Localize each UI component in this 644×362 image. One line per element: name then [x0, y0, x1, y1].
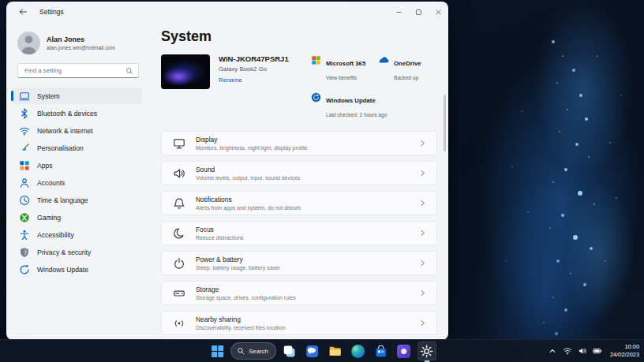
row-subtitle: Discoverability, received files location [196, 325, 286, 330]
sidebar-item-network-internet[interactable]: Network & internet [11, 122, 142, 139]
row-subtitle: Storage space, drives, configuration rul… [196, 295, 296, 300]
chevron-right-icon [418, 289, 427, 297]
shield-icon [19, 247, 30, 258]
row-power-battery[interactable]: Power & batterySleep, battery usage, bat… [161, 251, 437, 275]
device-model: Galaxy Book2 Go [219, 65, 289, 73]
chat-button[interactable] [303, 341, 322, 360]
bell-icon [173, 197, 185, 210]
search-icon [237, 347, 245, 355]
row-title: Notifications [196, 196, 301, 203]
sidebar-item-windows-update[interactable]: Windows Update [11, 261, 142, 278]
chevron-right-icon [418, 199, 427, 207]
tray-battery-icon[interactable] [592, 345, 603, 356]
row-subtitle: Alerts from apps and system, do not dist… [196, 205, 301, 211]
sound-icon [173, 167, 185, 180]
minimize-button[interactable] [389, 2, 409, 22]
clock-icon [19, 195, 30, 206]
start-button[interactable] [208, 341, 227, 360]
back-button[interactable] [13, 2, 33, 22]
row-subtitle: Reduce distractions [196, 235, 244, 241]
sidebar-item-label: Personalisation [37, 144, 84, 152]
onedrive-card[interactable]: OneDriveBacked up [379, 54, 436, 83]
settings-window: Settings Alan Jones alan.jones.wm@hotmai… [6, 2, 448, 340]
store-button[interactable] [372, 341, 391, 360]
sidebar-item-accounts[interactable]: Accounts [11, 174, 142, 191]
sidebar-item-bluetooth-devices[interactable]: Bluetooth & devices [11, 105, 142, 121]
windows-update-card[interactable]: Windows UpdateLast checked: 2 hours ago [311, 91, 376, 120]
clock-time: 10:00 [610, 343, 639, 351]
device-name: WIN-JKOR47PSRJ1 [219, 54, 289, 63]
edge-button[interactable] [349, 341, 368, 360]
row-nearby-sharing[interactable]: Nearby sharingDiscoverability, received … [161, 311, 437, 335]
sidebar-item-gaming[interactable]: Gaming [11, 209, 142, 226]
rename-link[interactable]: Rename [219, 77, 289, 84]
sidebar-item-accessibility[interactable]: Accessibility [11, 226, 142, 243]
storage-drive-icon [173, 287, 185, 300]
status-title: Microsoft 365 [326, 60, 365, 67]
edge-icon [351, 345, 365, 358]
search-icon [125, 64, 133, 78]
row-title: Focus [196, 226, 244, 233]
maximize-button[interactable] [409, 2, 429, 22]
row-notifications[interactable]: NotificationsAlerts from apps and system… [161, 191, 437, 215]
row-sound[interactable]: SoundVolume levels, output, input, sound… [161, 161, 437, 185]
status-cards: Microsoft 365View benefits OneDriveBacke… [311, 54, 437, 120]
system-tray: 10:00 24/02/2023 [547, 340, 639, 362]
display-icon [173, 137, 185, 150]
chevron-right-icon [418, 259, 427, 267]
accessibility-icon [19, 230, 30, 241]
status-title: Windows Update [326, 97, 376, 104]
taskbar-clock[interactable]: 10:00 24/02/2023 [610, 343, 639, 359]
row-subtitle: Volume levels, output, input, sound devi… [196, 175, 300, 181]
window-scrollbar[interactable] [444, 95, 446, 151]
row-subtitle: Sleep, battery usage, battery saver [196, 265, 280, 271]
apps-grid-icon [19, 160, 30, 171]
close-button[interactable] [429, 2, 448, 22]
wallpaper-particles [0, 0, 2, 2]
taskbar-search[interactable]: Search [230, 342, 276, 360]
sidebar-item-label: Gaming [37, 214, 61, 222]
sidebar-item-system[interactable]: System [11, 88, 142, 104]
device-header: WIN-JKOR47PSRJ1 Galaxy Book2 Go Rename M… [161, 54, 437, 120]
taskbar-search-label: Search [249, 348, 268, 355]
sidebar-item-privacy-security[interactable]: Privacy & security [11, 244, 142, 260]
sidebar-item-label: Windows Update [37, 266, 88, 274]
sidebar-item-time-language[interactable]: Time & language [11, 192, 142, 208]
file-explorer-button[interactable] [326, 341, 345, 360]
chevron-right-icon [418, 169, 427, 177]
row-focus[interactable]: FocusReduce distractions [161, 221, 437, 245]
wifi-icon [19, 125, 30, 136]
tray-volume-icon[interactable] [577, 345, 588, 356]
window-titlebar: Settings [6, 2, 448, 22]
chevron-right-icon [418, 319, 427, 327]
chevron-right-icon [418, 229, 427, 237]
row-storage[interactable]: StorageStorage space, drives, configurat… [161, 281, 437, 305]
selected-indicator [11, 91, 13, 101]
focus-moon-icon [173, 227, 185, 240]
nearby-sharing-icon [173, 317, 185, 330]
search-input[interactable] [23, 66, 125, 75]
settings-search-box [17, 63, 139, 78]
chevron-right-icon [418, 139, 427, 147]
onedrive-icon [379, 55, 389, 65]
task-view-button[interactable] [280, 341, 299, 360]
windows-update-icon [311, 92, 321, 103]
sidebar-item-personalisation[interactable]: Personalisation [11, 140, 142, 156]
sidebar-item-apps[interactable]: Apps [11, 157, 142, 174]
tray-wifi-icon[interactable] [562, 345, 573, 356]
status-subtitle: Last checked: 2 hours ago [326, 112, 387, 118]
sidebar-item-label: Accounts [37, 179, 65, 187]
settings-app-button[interactable] [417, 341, 436, 360]
sidebar-item-label: Accessibility [37, 231, 74, 239]
row-title: Nearby sharing [196, 315, 286, 323]
row-title: Power & battery [196, 256, 280, 263]
settings-sidebar: Alan Jones alan.jones.wm@hotmail.com Sys… [6, 22, 147, 340]
row-display[interactable]: DisplayMonitors, brightness, night light… [161, 131, 437, 155]
settings-rows: DisplayMonitors, brightness, night light… [161, 131, 437, 340]
status-title: OneDrive [394, 60, 421, 67]
user-account-block[interactable]: Alan Jones alan.jones.wm@hotmail.com [17, 30, 139, 55]
xbox-icon [19, 212, 30, 223]
tray-chevron-up-icon[interactable] [547, 345, 558, 356]
app-purple-button[interactable] [395, 341, 414, 360]
microsoft-365-card[interactable]: Microsoft 365View benefits [311, 54, 376, 83]
